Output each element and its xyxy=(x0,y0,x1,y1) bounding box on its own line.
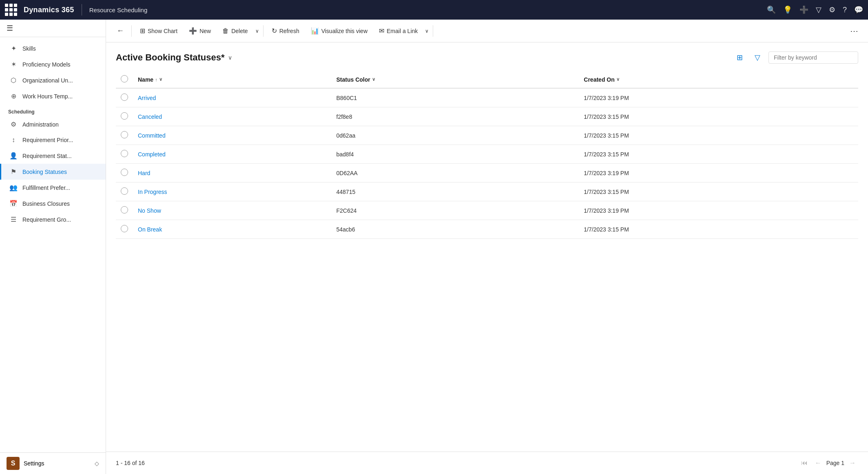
sidebar-item-administration[interactable]: ⚙ Administration xyxy=(0,116,106,132)
email-link-button[interactable]: ✉ Email a Link xyxy=(374,24,423,37)
header-checkbox[interactable] xyxy=(121,75,128,82)
delete-icon: 🗑 xyxy=(222,27,229,35)
row-name-link[interactable]: Completed xyxy=(138,151,166,158)
email-dropdown-button[interactable]: ∨ xyxy=(424,27,430,36)
col-header-status-color[interactable]: Status Color ∨ xyxy=(332,71,579,88)
new-button[interactable]: ➕ New xyxy=(184,24,216,37)
view-title-chevron[interactable]: ∨ xyxy=(228,54,232,61)
row-checkbox-cell xyxy=(116,107,133,126)
row-status-color-cell: F2C624 xyxy=(332,201,579,220)
row-checkbox[interactable] xyxy=(121,187,128,195)
sidebar-item-proficiency-models[interactable]: ✶ Proficiency Models xyxy=(0,56,106,72)
req-groups-icon: ☰ xyxy=(9,216,18,223)
delete-dropdown-button[interactable]: ∨ xyxy=(255,27,260,36)
view-header: Active Booking Statuses* ∨ ⊞ ▽ xyxy=(116,51,858,65)
keyword-filter-input[interactable] xyxy=(768,51,858,64)
row-checkbox-cell xyxy=(116,145,133,164)
next-page-button[interactable]: → xyxy=(847,458,858,468)
sidebar-item-business-closures[interactable]: 📅 Business Closures xyxy=(0,196,106,211)
visualize-button[interactable]: 📊 Visualize this view xyxy=(306,24,372,37)
row-name-link[interactable]: Arrived xyxy=(138,95,156,101)
sidebar-item-organizational-units[interactable]: ⬡ Organizational Un... xyxy=(0,72,106,88)
toolbar: ← ⊞ Show Chart ➕ New 🗑 Delete ∨ ↻ Refres… xyxy=(106,20,868,42)
first-page-button[interactable]: ⏮ xyxy=(799,458,810,468)
work-hours-icon: ⊕ xyxy=(9,92,18,100)
sidebar-bottom[interactable]: S Settings ◇ xyxy=(0,452,106,474)
sidebar-hamburger[interactable]: ☰ xyxy=(7,24,13,33)
help-icon[interactable]: ? xyxy=(843,6,847,14)
sidebar-item-requirement-groups[interactable]: ☰ Requirement Gro... xyxy=(0,211,106,227)
row-name-cell: Hard xyxy=(133,164,332,182)
created-sort-dropdown-icon[interactable]: ∨ xyxy=(616,77,620,82)
row-checkbox-cell xyxy=(116,201,133,220)
row-checkbox[interactable] xyxy=(121,131,128,138)
row-name-link[interactable]: On Break xyxy=(138,226,162,233)
sidebar-item-fulfillment-preferences[interactable]: 👥 Fulfillment Prefer... xyxy=(0,180,106,196)
more-button[interactable]: ⋯ xyxy=(847,24,861,38)
row-checkbox[interactable] xyxy=(121,169,128,176)
row-name-link[interactable]: Canceled xyxy=(138,113,162,120)
table-header: Name ↑ ∨ Status Color ∨ xyxy=(116,71,858,88)
top-nav: Dynamics 365 Resource Scheduling 🔍 💡 ➕ ▽… xyxy=(0,0,868,20)
brand-name: Dynamics 365 xyxy=(24,6,74,14)
row-created-on-cell: 1/7/2023 3:15 PM xyxy=(579,220,858,239)
visualize-icon: 📊 xyxy=(311,27,319,35)
sidebar-item-label-booking: Booking Statuses xyxy=(22,169,67,175)
row-status-color-cell: B860C1 xyxy=(332,88,579,107)
sidebar-item-label-work-hours: Work Hours Temp... xyxy=(22,93,73,100)
row-name-cell: Completed xyxy=(133,145,332,164)
business-closures-icon: 📅 xyxy=(9,200,18,207)
view-filter-button[interactable]: ▽ xyxy=(751,51,764,65)
req-priorities-icon: ↕ xyxy=(9,136,18,144)
row-checkbox[interactable] xyxy=(121,112,128,120)
prev-page-button[interactable]: ← xyxy=(813,458,824,468)
lightbulb-icon[interactable]: 💡 xyxy=(783,5,792,14)
row-name-link[interactable]: Committed xyxy=(138,132,166,139)
row-checkbox[interactable] xyxy=(121,206,128,214)
sidebar-item-requirement-statuses[interactable]: 👤 Requirement Stat... xyxy=(0,148,106,164)
sidebar-item-skills[interactable]: ✦ Skills xyxy=(0,40,106,56)
row-checkbox-cell xyxy=(116,126,133,145)
nav-divider xyxy=(82,4,82,16)
row-checkbox[interactable] xyxy=(121,150,128,157)
table-row: ArrivedB860C11/7/2023 3:19 PM xyxy=(116,88,858,107)
sidebar-item-requirement-priorities[interactable]: ↕ Requirement Prior... xyxy=(0,132,106,148)
view-filter-icon: ▽ xyxy=(755,53,760,62)
table-row: Canceledf2f8e81/7/2023 3:15 PM xyxy=(116,107,858,126)
col-header-name[interactable]: Name ↑ ∨ xyxy=(133,71,332,88)
back-button[interactable]: ← xyxy=(113,24,128,38)
col-header-created-on[interactable]: Created On ∨ xyxy=(579,71,858,88)
sidebar-item-label-fulfillment: Fulfillment Prefer... xyxy=(22,185,70,191)
sidebar-item-work-hours[interactable]: ⊕ Work Hours Temp... xyxy=(0,88,106,104)
add-icon[interactable]: ➕ xyxy=(799,5,808,14)
record-count: 1 - 16 of 16 xyxy=(116,460,145,466)
view-actions: ⊞ ▽ xyxy=(733,51,858,65)
row-checkbox[interactable] xyxy=(121,225,128,232)
status-sort-dropdown-icon[interactable]: ∨ xyxy=(372,77,375,82)
col-header-check[interactable] xyxy=(116,71,133,88)
view-title-row: Active Booking Statuses* ∨ xyxy=(116,52,232,63)
app-grid-icon[interactable] xyxy=(5,4,17,16)
delete-button[interactable]: 🗑 Delete xyxy=(217,25,252,37)
row-checkbox[interactable] xyxy=(121,93,128,101)
refresh-icon: ↻ xyxy=(272,27,277,35)
settings-icon[interactable]: ⚙ xyxy=(829,5,835,14)
sidebar-item-booking-statuses[interactable]: ⚑ Booking Statuses xyxy=(0,164,106,180)
row-name-link[interactable]: In Progress xyxy=(138,189,167,195)
sidebar-item-label-org: Organizational Un... xyxy=(22,77,73,84)
top-nav-icons: 🔍 💡 ➕ ▽ ⚙ ? 💬 xyxy=(767,5,863,14)
view-layout-button[interactable]: ⊞ xyxy=(733,51,746,65)
filter-icon[interactable]: ▽ xyxy=(816,5,822,14)
row-name-link[interactable]: Hard xyxy=(138,170,150,176)
table-row: Committed0d62aa1/7/2023 3:15 PM xyxy=(116,126,858,145)
chat-icon[interactable]: 💬 xyxy=(854,5,863,14)
col-created-on-label: Created On xyxy=(584,76,614,83)
search-icon[interactable]: 🔍 xyxy=(767,5,776,14)
row-created-on-cell: 1/7/2023 3:15 PM xyxy=(579,182,858,201)
sidebar-bottom-chevron: ◇ xyxy=(95,460,99,467)
delete-label: Delete xyxy=(231,28,248,34)
show-chart-button[interactable]: ⊞ Show Chart xyxy=(135,24,182,37)
row-name-link[interactable]: No Show xyxy=(138,207,161,214)
name-sort-dropdown-icon[interactable]: ∨ xyxy=(159,77,162,82)
refresh-button[interactable]: ↻ Refresh xyxy=(267,24,304,37)
